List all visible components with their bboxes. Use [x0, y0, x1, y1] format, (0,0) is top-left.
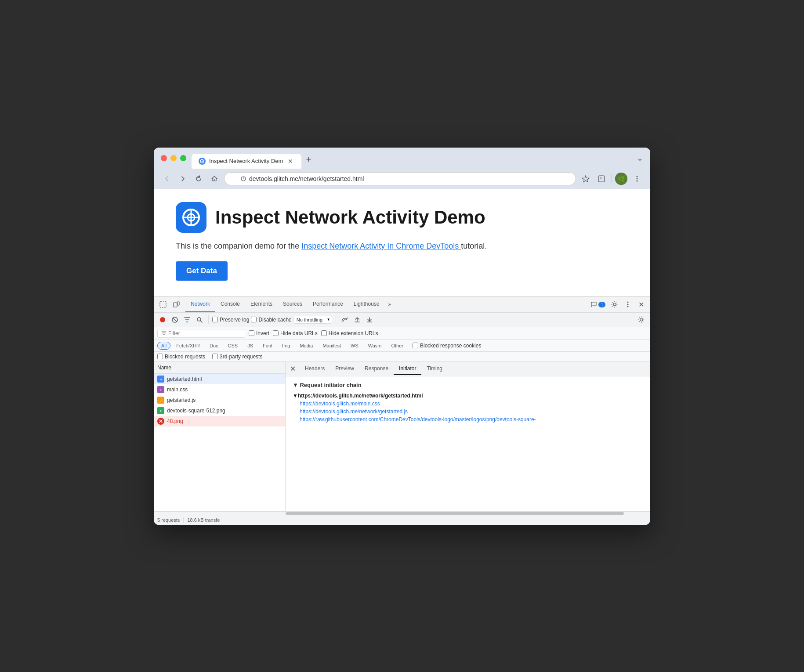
devtools-tab-bar: Network Console Elements Sources Perform… [154, 297, 650, 313]
hide-extension-urls-checkbox[interactable]: Hide extension URLs [321, 330, 378, 336]
disable-cache-checkbox[interactable]: Disable cache [251, 317, 291, 323]
network-conditions-button[interactable] [340, 314, 350, 325]
filter-input-wrapper[interactable] [157, 329, 245, 338]
blocked-bar: Blocked requests 3rd-party requests [154, 352, 650, 362]
throttle-select[interactable]: No throttling Slow 3G Fast 3G Offline [293, 316, 332, 324]
svg-point-9 [637, 178, 638, 179]
third-party-checkbox[interactable]: 3rd-party requests [212, 354, 262, 360]
invert-checkbox[interactable]: Invert [249, 330, 269, 336]
resource-btn-fetch[interactable]: Fetch/XHR [172, 342, 204, 350]
tab-elements[interactable]: Elements [245, 296, 278, 312]
resource-btn-font[interactable]: Font [259, 342, 276, 350]
network-row-1[interactable]: # main.css [154, 384, 285, 395]
detail-tab-preview[interactable]: Preview [330, 363, 359, 375]
network-row-4[interactable]: 48.png [154, 416, 285, 426]
get-data-button[interactable]: Get Data [176, 261, 228, 281]
initiator-chain-item-0[interactable]: ▼https://devtools.glitch.me/network/gets… [293, 392, 643, 400]
svg-point-10 [637, 180, 638, 181]
resource-btn-doc[interactable]: Doc [206, 342, 222, 350]
horizontal-scrollbar[interactable] [154, 511, 650, 515]
filter-toggle-button[interactable] [182, 314, 192, 325]
hide-data-urls-checkbox[interactable]: Hide data URLs [273, 330, 318, 336]
address-input[interactable]: devtools.glitch.me/network/getstarted.ht… [224, 172, 576, 185]
network-detail-panel: ✕ Headers Preview Response Initiator Tim… [286, 362, 650, 511]
detail-close-button[interactable]: ✕ [286, 362, 300, 376]
bookmark-button[interactable] [579, 173, 592, 185]
status-bar: 5 requests 18.6 kB transfe [154, 515, 650, 525]
back-button[interactable] [161, 173, 173, 185]
blocked-requests-checkbox[interactable]: Blocked requests [157, 354, 205, 360]
preserve-log-checkbox[interactable]: Preserve log [212, 317, 249, 323]
tab-network[interactable]: Network [185, 296, 215, 312]
record-button[interactable] [157, 314, 168, 325]
device-toolbar-button[interactable] [170, 299, 182, 310]
tab-close-button[interactable]: ✕ [286, 157, 294, 165]
resource-btn-img[interactable]: Img [278, 342, 294, 350]
resource-btn-other[interactable]: Other [387, 342, 407, 350]
resource-btn-wasm[interactable]: Wasm [364, 342, 386, 350]
menu-button[interactable] [631, 173, 643, 185]
resource-btn-manifest[interactable]: Manifest [319, 342, 345, 350]
resource-btn-js[interactable]: JS [243, 342, 257, 350]
network-row-0[interactable]: H getstarted.html [154, 374, 285, 384]
devtools-more-button[interactable] [622, 299, 634, 310]
url-text: devtools.glitch.me/network/getstarted.ht… [249, 175, 364, 182]
detail-tab-initiator[interactable]: Initiator [394, 363, 421, 375]
more-tabs-button[interactable]: » [385, 301, 395, 307]
throttle-select-wrapper[interactable]: No throttling Slow 3G Fast 3G Offline [293, 316, 332, 324]
devtools-toolbar: Preserve log Disable cache No throttling… [154, 313, 650, 327]
initiator-chain-item-2[interactable]: https://devtools.glitch.me/network/getst… [293, 408, 643, 415]
detail-tab-headers[interactable]: Headers [300, 363, 330, 375]
detail-tab-timing[interactable]: Timing [421, 363, 448, 375]
filter-input[interactable] [168, 330, 234, 336]
new-tab-button[interactable]: + [301, 153, 315, 167]
initiator-section-title: ▼ Request initiator chain [293, 382, 643, 388]
inspect-element-button[interactable] [157, 299, 169, 310]
resource-btn-media[interactable]: Media [296, 342, 317, 350]
search-network-button[interactable] [194, 314, 205, 325]
minimize-button[interactable] [170, 155, 177, 161]
svg-point-2 [202, 160, 203, 162]
resource-btn-ws[interactable]: WS [347, 342, 362, 350]
description-link[interactable]: Inspect Network Activity In Chrome DevTo… [301, 242, 461, 250]
maximize-button[interactable] [180, 155, 186, 161]
address-actions: 🌿 [579, 173, 643, 185]
tab-console[interactable]: Console [215, 296, 245, 312]
browser-tabs: Inspect Network Activity Dem ✕ + [192, 153, 631, 169]
network-settings-button[interactable] [636, 314, 647, 325]
import-har-button[interactable] [352, 314, 362, 325]
page-title: Inspect Network Activity Demo [215, 207, 485, 228]
svg-rect-17 [174, 303, 177, 307]
clear-button[interactable] [170, 314, 180, 325]
network-row-3[interactable]: P devtools-square-512.png [154, 405, 285, 416]
devtools-close-button[interactable]: ✕ [635, 299, 647, 310]
initiator-chain-item-1[interactable]: https://devtools.glitch.me/main.css [293, 400, 643, 408]
forward-button[interactable] [177, 173, 189, 185]
feedback-button[interactable]: 1 [589, 299, 607, 310]
page-content: Inspect Network Activity Demo This is th… [154, 189, 650, 296]
file-icon-css: # [157, 386, 164, 393]
close-button[interactable] [161, 155, 167, 161]
network-row-2[interactable]: J getstarted.js [154, 395, 285, 405]
dropdown-button[interactable]: ⌄ [637, 153, 643, 168]
detail-tab-response[interactable]: Response [359, 363, 394, 375]
tab-lighthouse[interactable]: Lighthouse [348, 296, 385, 312]
avatar[interactable]: 🌿 [615, 173, 627, 185]
svg-point-22 [160, 317, 165, 322]
resource-btn-all[interactable]: All [157, 342, 170, 350]
reload-button[interactable] [192, 173, 205, 185]
resource-btn-css[interactable]: CSS [224, 342, 242, 350]
tab-sources[interactable]: Sources [278, 296, 308, 312]
devtools-settings-button[interactable] [609, 299, 620, 310]
active-tab[interactable]: Inspect Network Activity Dem ✕ [192, 154, 301, 169]
file-name-1: main.css [167, 387, 188, 393]
blocked-cookies-checkbox[interactable]: Blocked response cookies [413, 343, 481, 349]
tab-performance[interactable]: Performance [308, 296, 348, 312]
home-button[interactable] [208, 173, 221, 185]
scrollbar-thumb[interactable] [286, 512, 624, 515]
initiator-chain-item-3[interactable]: https://raw.githubusercontent.com/Chrome… [293, 415, 643, 423]
file-icon-html: H [157, 376, 164, 383]
export-har-button[interactable] [364, 314, 375, 325]
traffic-lights [161, 155, 186, 166]
extension-button[interactable] [595, 173, 608, 185]
